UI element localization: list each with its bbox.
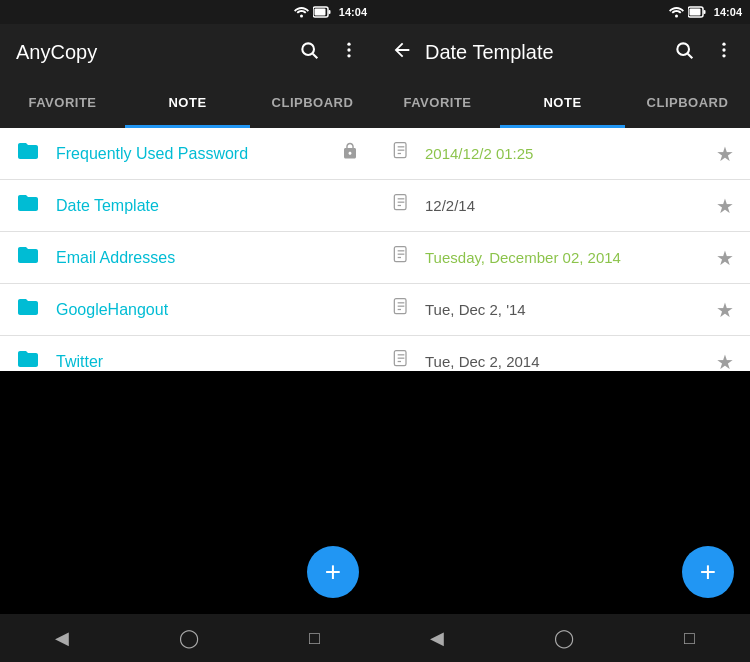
star-icon[interactable]: ★: [716, 246, 734, 270]
folder-icon: [16, 139, 40, 169]
star-icon[interactable]: ★: [716, 142, 734, 166]
left-tab-favorite[interactable]: FAVORITE: [0, 80, 125, 128]
note-icon: [391, 140, 411, 167]
left-tab-clipboard[interactable]: CLIPBOARD: [250, 80, 375, 128]
list-item[interactable]: Email Addresses: [0, 232, 375, 284]
svg-rect-11: [689, 9, 700, 16]
svg-point-9: [675, 15, 678, 18]
svg-rect-3: [328, 10, 330, 14]
right-fab-area: +: [375, 371, 750, 614]
right-topbar: Date Template: [375, 24, 750, 80]
star-icon[interactable]: ★: [716, 298, 734, 322]
right-tabs: FAVORITE NOTE CLIPBOARD: [375, 80, 750, 128]
left-search-icon[interactable]: [299, 40, 319, 65]
battery-icon: [688, 6, 706, 18]
svg-point-7: [347, 48, 350, 51]
list-item[interactable]: Tue, Dec 2, '14 ★: [375, 284, 750, 336]
right-tab-clipboard[interactable]: CLIPBOARD: [625, 80, 750, 128]
left-tabs: FAVORITE NOTE CLIPBOARD: [0, 80, 375, 128]
recent-nav-button[interactable]: □: [289, 620, 340, 657]
folder-icon: [16, 295, 40, 325]
left-app-title: AnyCopy: [16, 41, 299, 64]
left-fab-area: +: [0, 371, 375, 614]
left-tab-note[interactable]: NOTE: [125, 80, 250, 128]
home-nav-button[interactable]: ◯: [159, 619, 219, 657]
right-status-icons: [669, 6, 706, 18]
star-icon[interactable]: ★: [716, 350, 734, 372]
right-tab-favorite[interactable]: FAVORITE: [375, 80, 500, 128]
right-list: 2014/12/2 01:25 ★ 12/2/14 ★: [375, 128, 750, 371]
list-item[interactable]: Tuesday, December 02, 2014 ★: [375, 232, 750, 284]
left-status-bar: 14:04: [0, 0, 375, 24]
note-icon: [391, 192, 411, 219]
list-item[interactable]: Tue, Dec 2, 2014 ★: [375, 336, 750, 371]
left-bottom-nav: ◀ ◯ □: [0, 614, 375, 662]
svg-line-5: [313, 53, 318, 58]
right-status-bar: 14:04: [375, 0, 750, 24]
wifi-icon: [294, 6, 309, 18]
right-panel: 14:04 Date Template: [375, 0, 750, 662]
right-back-nav-button[interactable]: ◀: [410, 619, 464, 657]
battery-icon: [313, 6, 331, 18]
right-more-icon[interactable]: [714, 40, 734, 65]
star-icon[interactable]: ★: [716, 194, 734, 218]
left-list: Frequently Used Password Date Template: [0, 128, 375, 371]
svg-point-17: [722, 54, 725, 57]
right-home-nav-button[interactable]: ◯: [534, 619, 594, 657]
list-item[interactable]: Twitter: [0, 336, 375, 371]
svg-point-16: [722, 48, 725, 51]
right-search-icon[interactable]: [674, 40, 694, 65]
note-icon: [391, 348, 411, 371]
right-topbar-icons: [674, 40, 734, 65]
left-topbar-icons: [299, 40, 359, 65]
svg-point-13: [677, 43, 689, 55]
right-bottom-nav: ◀ ◯ □: [375, 614, 750, 662]
left-status-icons: [294, 6, 331, 18]
left-fab-button[interactable]: +: [307, 546, 359, 598]
note-icon: [391, 296, 411, 323]
list-item[interactable]: GoogleHangout: [0, 284, 375, 336]
folder-icon: [16, 191, 40, 221]
right-fab-button[interactable]: +: [682, 546, 734, 598]
wifi-icon: [669, 6, 684, 18]
svg-point-4: [302, 43, 314, 55]
left-time: 14:04: [339, 6, 367, 18]
lock-icon: [341, 142, 359, 165]
svg-rect-2: [314, 9, 325, 16]
svg-point-15: [722, 42, 725, 45]
list-item[interactable]: Frequently Used Password: [0, 128, 375, 180]
note-icon: [391, 244, 411, 271]
list-item[interactable]: Date Template: [0, 180, 375, 232]
left-panel: 14:04 AnyCopy FAVORITE: [0, 0, 375, 662]
svg-point-6: [347, 42, 350, 45]
folder-icon: [16, 243, 40, 273]
svg-line-14: [688, 53, 693, 58]
list-item[interactable]: 12/2/14 ★: [375, 180, 750, 232]
svg-point-8: [347, 54, 350, 57]
svg-point-0: [300, 15, 303, 18]
left-topbar: AnyCopy: [0, 24, 375, 80]
right-app-title: Date Template: [425, 41, 674, 64]
back-nav-button[interactable]: ◀: [35, 619, 89, 657]
list-item[interactable]: 2014/12/2 01:25 ★: [375, 128, 750, 180]
left-more-icon[interactable]: [339, 40, 359, 65]
right-tab-note[interactable]: NOTE: [500, 80, 625, 128]
right-time: 14:04: [714, 6, 742, 18]
back-button[interactable]: [391, 39, 413, 66]
svg-rect-12: [703, 10, 705, 14]
folder-icon: [16, 347, 40, 372]
right-recent-nav-button[interactable]: □: [664, 620, 715, 657]
